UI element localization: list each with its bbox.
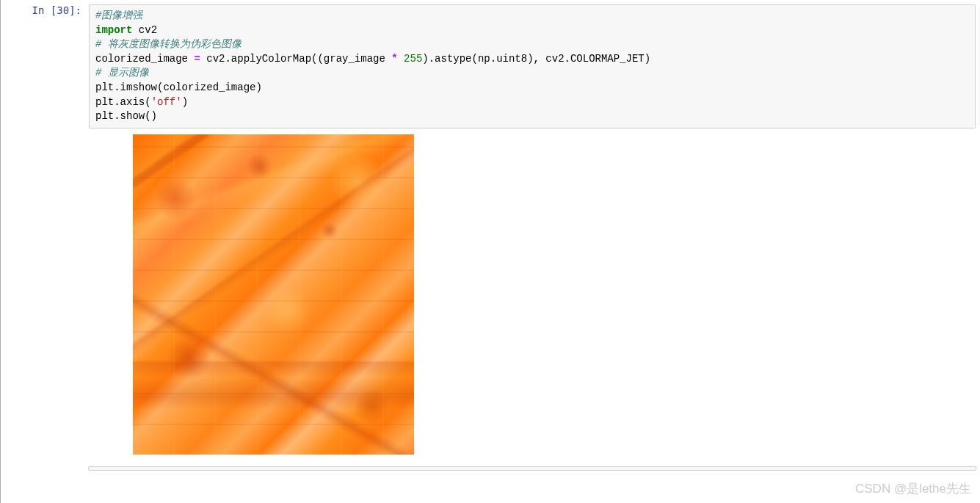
notebook-container: In [30]: #图像增强import cv2# 将灰度图像转换为伪彩色图像c… [0, 0, 980, 503]
code-number: 255 [404, 53, 422, 65]
code-comment: # 显示图像 [95, 67, 149, 79]
code-text: ).astype(np.uint8), cv2.COLORMAP_JET) [422, 53, 650, 65]
code-input-area[interactable]: #图像增强import cv2# 将灰度图像转换为伪彩色图像colorized_… [89, 4, 976, 129]
code-operator: = [194, 53, 200, 65]
prompt-area-empty [4, 466, 88, 471]
code-comment: #图像增强 [95, 10, 142, 21]
code-keyword: import [95, 24, 132, 36]
code-cell[interactable]: In [30]: #图像增强import cv2# 将灰度图像转换为伪彩色图像c… [4, 0, 980, 459]
next-code-cell[interactable] [4, 463, 980, 471]
output-image [133, 134, 414, 455]
code-operator: * [391, 53, 397, 65]
empty-input-area[interactable] [88, 466, 976, 471]
cell-content: #图像增强import cv2# 将灰度图像转换为伪彩色图像colorized_… [89, 4, 976, 455]
prompt-area: In [30]: [4, 4, 89, 455]
in-prompt-label: In [30]: [32, 4, 81, 16]
code-text: plt.show() [95, 110, 157, 122]
code-string: 'off' [151, 96, 182, 108]
code-text: plt.axis( [95, 96, 151, 108]
code-text: cv2 [132, 24, 157, 36]
code-text: plt.imshow(colorized_image) [95, 82, 262, 93]
code-text: colorized_image [95, 53, 194, 65]
code-text [398, 53, 404, 65]
code-text: cv2.applyColorMap((gray_image [200, 53, 391, 65]
code-comment: # 将灰度图像转换为伪彩色图像 [95, 38, 242, 50]
code-text: ) [182, 96, 188, 108]
output-area [89, 134, 976, 455]
